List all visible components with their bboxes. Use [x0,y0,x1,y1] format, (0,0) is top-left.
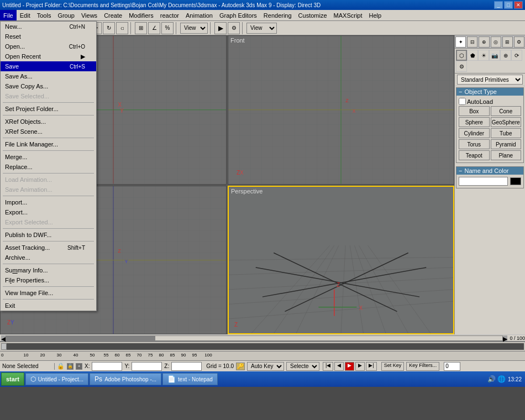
scroll-track[interactable] [6,335,503,341]
x-field[interactable] [92,362,122,371]
last-frame[interactable]: ▶| [366,362,376,371]
scroll-thumb[interactable] [6,336,155,340]
menu-open[interactable]: Open... Ctrl+O [1,41,96,51]
box-button[interactable]: Box [459,106,490,116]
y-field[interactable] [132,362,162,371]
viewport-select[interactable]: View [246,23,277,34]
menu-import[interactable]: Import... [1,197,96,207]
cylinder-button[interactable]: Cylinder [459,128,490,138]
menu-save[interactable]: Save Ctrl+S [1,61,96,71]
minimize-button[interactable]: _ [494,1,503,9]
menu-new[interactable]: New... Ctrl+N [1,22,96,32]
autoload-checkbox[interactable] [459,98,466,105]
menu-xref-scene[interactable]: XRef Scene... [1,127,96,136]
taskbar-item-3dsmax[interactable]: ⬡ Untitled - Project... [25,373,88,385]
menu-reactor[interactable]: reactor [157,10,182,20]
modify-tab[interactable]: ⊟ [467,36,477,48]
menu-file-properties[interactable]: File Properties... [1,275,96,285]
pyramid-button[interactable]: Pyramid [491,139,522,149]
scroll-right[interactable]: ▶ [503,335,507,341]
menu-modifiers[interactable]: Modifiers [125,10,157,20]
menu-customize[interactable]: Customize [295,10,330,20]
menu-export[interactable]: Export... [1,207,96,217]
menu-view-image[interactable]: View Image File... [1,288,96,298]
utilities-tab[interactable]: ⚙ [514,36,524,48]
menu-exit[interactable]: Exit [1,301,96,311]
menu-help[interactable]: Help [366,10,385,20]
menu-xref-objects[interactable]: XRef Objects... [1,117,96,127]
menu-animation[interactable]: Animation [182,10,216,20]
time-slider[interactable] [1,343,7,350]
systems-icon[interactable]: ⚙ [456,61,467,72]
render-setup[interactable]: ⚙ [228,22,240,34]
scroll-left[interactable]: ◀ [1,335,6,341]
percent-snap[interactable]: % [161,22,174,34]
frame-field[interactable] [444,362,460,371]
menu-create[interactable]: Create [101,10,125,20]
torus-button[interactable]: Torus [459,139,490,149]
start-button[interactable]: start [1,372,24,386]
shapes-icon[interactable]: ⬟ [467,50,478,61]
menu-reset[interactable]: Reset [1,32,96,41]
menu-replace[interactable]: Replace... [1,162,96,172]
spacewarps-icon[interactable]: ⟳ [511,50,522,61]
scale-button[interactable]: ⟤ [116,22,128,34]
lock-button[interactable]: 🔒 [67,363,74,370]
plane-button[interactable]: Plane [491,150,522,160]
color-swatch[interactable] [510,177,521,185]
menu-asset-tracking[interactable]: Asset Tracking... Shift+T [1,243,96,253]
menu-maxscript[interactable]: MAXScript [330,10,366,20]
viewport-perspective[interactable]: Perspective [228,186,454,335]
object-name-field[interactable] [459,177,508,186]
geosphere-button[interactable]: GeoSphere [491,117,522,127]
key-icon[interactable]: 🔑 [236,363,245,370]
menu-save-as[interactable]: Save As... [1,71,96,81]
menu-merge[interactable]: Merge... [1,152,96,162]
menu-set-project[interactable]: Set Project Folder... [1,104,96,114]
first-frame[interactable]: |◀ [323,362,333,371]
tube-button[interactable]: Tube [491,128,522,138]
helpers-icon[interactable]: ⊕ [500,50,511,61]
teapot-button[interactable]: Teapot [459,150,490,160]
menu-file-link[interactable]: File Link Manager... [1,139,96,149]
menu-rendering[interactable]: Rendering [260,10,295,20]
close-button[interactable]: ✕ [514,1,523,9]
snap-toggle[interactable]: ⊞ [135,22,147,34]
menu-summary-info[interactable]: Summary Info... [1,265,96,275]
view-select[interactable]: View [180,23,208,34]
next-frame[interactable]: ▶ [355,362,365,371]
menu-open-recent[interactable]: Open Recent ▶ [1,51,96,61]
name-color-header[interactable]: − Name and Color [456,167,523,175]
menu-graph-editors[interactable]: Graph Editors [216,10,260,20]
geometry-icon[interactable]: ⬡ [456,50,467,61]
selection-select[interactable]: Selected [286,362,319,371]
rotate-button[interactable]: ↻ [103,22,115,34]
z-field[interactable] [171,362,202,371]
prev-frame[interactable]: ◀ [334,362,344,371]
menu-publish-dwf[interactable]: Publish to DWF... [1,230,96,240]
viewport-front[interactable]: Front Z X ZX [228,35,454,185]
play-btn[interactable]: ▶ [345,362,354,371]
menu-tools[interactable]: Tools [34,10,55,20]
render-button[interactable]: ▶ [214,22,227,34]
menu-views[interactable]: Views [78,10,101,20]
menu-file[interactable]: File [0,10,17,20]
hierarchy-tab[interactable]: ⊕ [479,36,489,48]
menu-archive[interactable]: Archive... [1,253,96,262]
timeline-track[interactable] [1,343,524,350]
lights-icon[interactable]: ☀ [478,50,489,61]
cameras-icon[interactable]: 📷 [489,50,500,61]
unlock-button[interactable]: + [76,363,82,370]
key-filters-btn[interactable]: Key Filters... [406,362,439,371]
set-key-btn[interactable]: Set Key [381,362,405,371]
maximize-button[interactable]: □ [504,1,513,9]
sphere-button[interactable]: Sphere [459,117,490,127]
cone-button[interactable]: Cone [491,106,522,116]
primitives-dropdown[interactable]: Standard Primitives [457,75,523,85]
motion-tab[interactable]: ◎ [491,36,501,48]
menu-save-copy[interactable]: Save Copy As... [1,81,96,91]
auto-key-select[interactable]: Auto Key [247,362,284,371]
create-tab[interactable]: ✦ [455,36,466,48]
angle-snap[interactable]: ∠ [148,22,160,34]
menu-edit[interactable]: Edit [17,10,34,20]
